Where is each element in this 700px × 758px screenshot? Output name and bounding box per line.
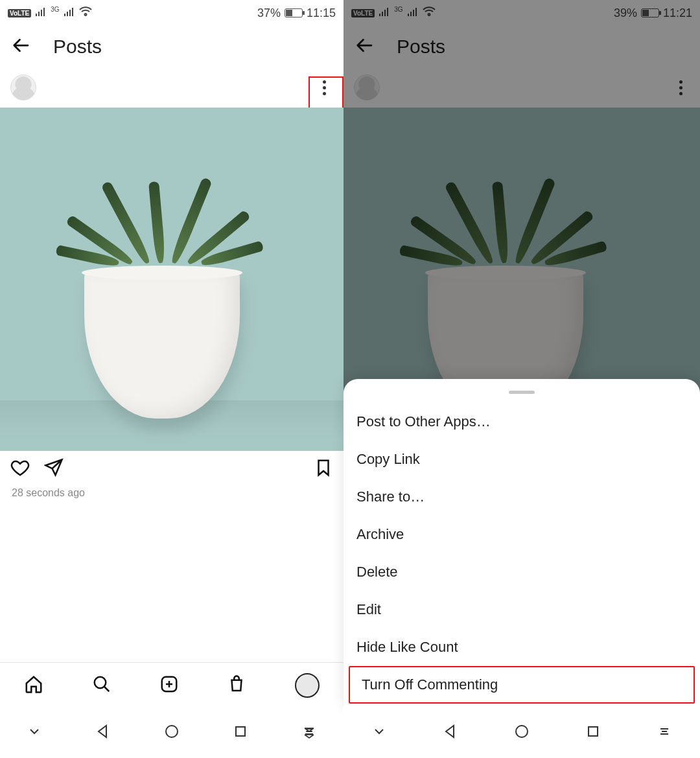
page-title: Posts bbox=[397, 36, 445, 58]
post-image[interactable] bbox=[0, 108, 344, 451]
nav-collapse-icon[interactable] bbox=[27, 724, 42, 742]
menu-post-other-apps[interactable]: Post to Other Apps… bbox=[344, 403, 700, 441]
network-type: 3G bbox=[394, 6, 402, 13]
menu-turn-off-commenting[interactable]: Turn Off Commenting bbox=[349, 666, 695, 704]
svg-point-4 bbox=[516, 726, 528, 737]
nav-home-icon[interactable] bbox=[164, 724, 180, 742]
menu-copy-link[interactable]: Copy Link bbox=[344, 441, 700, 478]
signal-icon bbox=[407, 6, 419, 20]
post-header bbox=[344, 67, 700, 108]
shop-tab-icon[interactable] bbox=[227, 674, 246, 696]
nav-back-icon[interactable] bbox=[95, 724, 111, 742]
svg-point-0 bbox=[94, 676, 106, 688]
volte-badge: VoLTE bbox=[8, 9, 31, 17]
post-timestamp: 28 seconds ago bbox=[0, 487, 344, 499]
nav-collapse-icon[interactable] bbox=[371, 724, 387, 742]
signal-icon bbox=[379, 6, 390, 20]
status-bar: VoLTE 3G 37% 11:15 bbox=[0, 0, 344, 26]
network-type: 3G bbox=[51, 6, 59, 13]
back-arrow-icon[interactable] bbox=[355, 36, 375, 58]
nav-recent-icon[interactable] bbox=[585, 724, 601, 742]
phone-left: VoLTE 3G 37% 11:15 Posts bbox=[0, 0, 344, 758]
callout-highlight bbox=[309, 76, 344, 111]
signal-icon bbox=[35, 6, 47, 20]
bottom-tab-bar bbox=[0, 662, 344, 707]
battery-percent: 37% bbox=[257, 6, 281, 20]
app-header: Posts bbox=[344, 26, 700, 67]
signal-icon bbox=[64, 6, 75, 20]
create-tab-icon[interactable] bbox=[159, 674, 179, 696]
status-bar: VoLTE 3G 39% 11:21 bbox=[344, 0, 700, 26]
nav-back-icon[interactable] bbox=[443, 724, 458, 742]
post-actions bbox=[0, 451, 344, 487]
nav-home-icon[interactable] bbox=[514, 724, 530, 742]
system-nav-bar bbox=[344, 707, 700, 758]
nav-menu-icon[interactable] bbox=[657, 724, 672, 742]
home-tab-icon[interactable] bbox=[24, 674, 43, 696]
pot-illustration bbox=[84, 270, 240, 419]
menu-archive[interactable]: Archive bbox=[344, 516, 700, 553]
nav-recent-icon[interactable] bbox=[233, 724, 248, 742]
battery-icon bbox=[641, 8, 659, 17]
nav-menu-icon[interactable] bbox=[301, 724, 317, 742]
clock: 11:21 bbox=[663, 6, 692, 20]
author-avatar[interactable] bbox=[354, 75, 380, 100]
system-nav-bar bbox=[0, 707, 344, 758]
battery-percent: 39% bbox=[614, 6, 637, 20]
battery-icon bbox=[285, 8, 303, 17]
svg-rect-5 bbox=[589, 727, 598, 736]
page-title: Posts bbox=[53, 36, 102, 58]
like-icon[interactable] bbox=[10, 458, 30, 480]
wifi-icon bbox=[79, 6, 92, 20]
phone-right: VoLTE 3G 39% 11:21 Posts bbox=[344, 0, 700, 758]
svg-rect-3 bbox=[236, 727, 245, 736]
menu-edit[interactable]: Edit bbox=[344, 591, 700, 628]
volte-badge: VoLTE bbox=[351, 9, 375, 17]
menu-share-to[interactable]: Share to… bbox=[344, 478, 700, 516]
back-arrow-icon[interactable] bbox=[12, 36, 31, 58]
app-header: Posts bbox=[0, 26, 344, 67]
share-icon[interactable] bbox=[44, 458, 64, 480]
search-tab-icon[interactable] bbox=[92, 674, 111, 696]
sheet-grabber[interactable] bbox=[509, 391, 535, 394]
author-avatar[interactable] bbox=[10, 75, 36, 100]
menu-delete[interactable]: Delete bbox=[344, 553, 700, 591]
profile-tab-icon[interactable] bbox=[295, 673, 320, 698]
svg-point-2 bbox=[166, 726, 178, 737]
post-header bbox=[0, 67, 344, 108]
more-options-button[interactable] bbox=[671, 78, 690, 97]
wifi-icon bbox=[423, 6, 436, 20]
options-bottom-sheet: Post to Other Apps… Copy Link Share to… … bbox=[344, 379, 700, 707]
menu-hide-like-count[interactable]: Hide Like Count bbox=[344, 628, 700, 666]
clock: 11:15 bbox=[307, 6, 336, 20]
bookmark-icon[interactable] bbox=[314, 458, 333, 480]
